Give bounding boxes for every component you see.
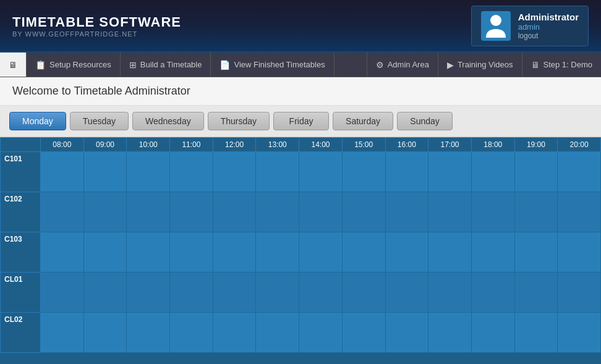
grid-cell[interactable] xyxy=(83,192,127,232)
grid-cell[interactable] xyxy=(83,313,127,353)
nav-build-timetable[interactable]: ⊞ Build a Timetable xyxy=(121,53,211,77)
grid-cell[interactable] xyxy=(256,273,299,313)
room-row-c101: C101 xyxy=(1,152,601,192)
grid-cell[interactable] xyxy=(514,313,558,353)
grid-cell[interactable] xyxy=(41,232,84,273)
time-header-0900: 09:00 xyxy=(83,138,127,152)
grid-cell[interactable] xyxy=(256,192,299,232)
navigation: 🖥 📋 Setup Resources ⊞ Build a Timetable … xyxy=(0,53,601,77)
grid-cell[interactable] xyxy=(558,273,601,313)
nav-step1-demo[interactable]: 🖥 Step 1: Demo xyxy=(522,53,602,77)
user-info: Administrator admin logout xyxy=(518,12,579,40)
grid-cell[interactable] xyxy=(256,313,299,353)
grid-cell[interactable] xyxy=(342,313,385,353)
grid-cell[interactable] xyxy=(83,232,127,273)
nav-setup-resources[interactable]: 📋 Setup Resources xyxy=(27,53,121,77)
grid-cell[interactable] xyxy=(170,192,213,232)
time-header-1500: 15:00 xyxy=(342,138,385,152)
grid-cell[interactable] xyxy=(342,232,385,273)
grid-cell[interactable] xyxy=(471,192,514,232)
gear-icon: ⚙ xyxy=(376,60,384,70)
grid-cell[interactable] xyxy=(41,192,84,232)
nav-admin-area[interactable]: ⚙ Admin Area xyxy=(367,53,438,77)
nav-training-videos-label: Training Videos xyxy=(458,60,513,69)
day-btn-thursday[interactable]: Thursday xyxy=(208,112,270,130)
grid-cell[interactable] xyxy=(428,192,472,232)
grid-cell[interactable] xyxy=(213,313,256,353)
grid-cell[interactable] xyxy=(342,152,385,192)
grid-cell[interactable] xyxy=(558,232,601,273)
grid-cell[interactable] xyxy=(342,192,385,232)
grid-cell[interactable] xyxy=(558,192,601,232)
day-buttons-bar: MondayTuesdayWednesdayThursdayFridaySatu… xyxy=(0,106,601,137)
document-icon: 📄 xyxy=(220,60,230,70)
grid-cell[interactable] xyxy=(213,192,256,232)
grid-cell[interactable] xyxy=(83,273,127,313)
grid-cell[interactable] xyxy=(170,273,213,313)
timetable-body: C101C102C103CL01CL02 xyxy=(1,152,601,353)
grid-cell[interactable] xyxy=(256,152,299,192)
nav-home[interactable]: 🖥 xyxy=(0,53,27,77)
time-header-1600: 16:00 xyxy=(385,138,428,152)
day-btn-saturday[interactable]: Saturday xyxy=(333,112,393,130)
grid-cell[interactable] xyxy=(299,192,343,232)
grid-cell[interactable] xyxy=(299,313,343,353)
grid-cell[interactable] xyxy=(170,152,213,192)
grid-cell[interactable] xyxy=(127,313,170,353)
app-title: TIMETABLE SOFTWARE xyxy=(12,14,181,30)
grid-cell[interactable] xyxy=(558,313,601,353)
day-btn-sunday[interactable]: Sunday xyxy=(397,112,453,130)
grid-cell[interactable] xyxy=(299,273,343,313)
grid-cell[interactable] xyxy=(471,273,514,313)
grid-cell[interactable] xyxy=(385,232,428,273)
day-btn-tuesday[interactable]: Tuesday xyxy=(70,112,129,130)
room-row-cl02: CL02 xyxy=(1,313,601,353)
grid-cell[interactable] xyxy=(170,232,213,273)
grid-cell[interactable] xyxy=(213,273,256,313)
time-header-2000: 20:00 xyxy=(558,138,601,152)
grid-cell[interactable] xyxy=(514,232,558,273)
grid-cell[interactable] xyxy=(385,313,428,353)
time-header-row: 08:0009:0010:0011:0012:0013:0014:0015:00… xyxy=(1,138,601,152)
grid-cell[interactable] xyxy=(170,313,213,353)
time-header-1900: 19:00 xyxy=(514,138,558,152)
grid-cell[interactable] xyxy=(385,152,428,192)
grid-cell[interactable] xyxy=(471,313,514,353)
grid-cell[interactable] xyxy=(514,152,558,192)
grid-cell[interactable] xyxy=(299,232,343,273)
grid-cell[interactable] xyxy=(385,192,428,232)
grid-cell[interactable] xyxy=(428,313,472,353)
nav-training-videos[interactable]: ▶ Training Videos xyxy=(438,53,522,77)
grid-cell[interactable] xyxy=(127,232,170,273)
grid-cell[interactable] xyxy=(127,152,170,192)
grid-cell[interactable] xyxy=(471,232,514,273)
grid-cell[interactable] xyxy=(514,273,558,313)
grid-cell[interactable] xyxy=(342,273,385,313)
grid-cell[interactable] xyxy=(471,152,514,192)
grid-cell[interactable] xyxy=(558,152,601,192)
grid-cell[interactable] xyxy=(41,152,84,192)
grid-cell[interactable] xyxy=(213,232,256,273)
day-btn-wednesday[interactable]: Wednesday xyxy=(132,112,204,130)
grid-cell[interactable] xyxy=(385,273,428,313)
nav-view-timetables[interactable]: 📄 View Finished Timetables xyxy=(211,53,334,77)
time-header-1700: 17:00 xyxy=(428,138,472,152)
grid-cell[interactable] xyxy=(256,232,299,273)
grid-cell[interactable] xyxy=(41,273,84,313)
grid-cell[interactable] xyxy=(514,192,558,232)
corner-cell xyxy=(1,138,41,152)
grid-cell[interactable] xyxy=(428,232,472,273)
grid-cell[interactable] xyxy=(428,273,472,313)
grid-cell[interactable] xyxy=(127,192,170,232)
grid-cell[interactable] xyxy=(41,313,84,353)
grid-cell[interactable] xyxy=(213,152,256,192)
grid-cell[interactable] xyxy=(428,152,472,192)
time-header-1800: 18:00 xyxy=(471,138,514,152)
logout-link[interactable]: logout xyxy=(518,32,579,40)
user-role-link[interactable]: admin xyxy=(518,22,579,32)
grid-cell[interactable] xyxy=(299,152,343,192)
day-btn-friday[interactable]: Friday xyxy=(273,112,329,130)
grid-cell[interactable] xyxy=(83,152,127,192)
grid-cell[interactable] xyxy=(127,273,170,313)
day-btn-monday[interactable]: Monday xyxy=(9,112,66,130)
